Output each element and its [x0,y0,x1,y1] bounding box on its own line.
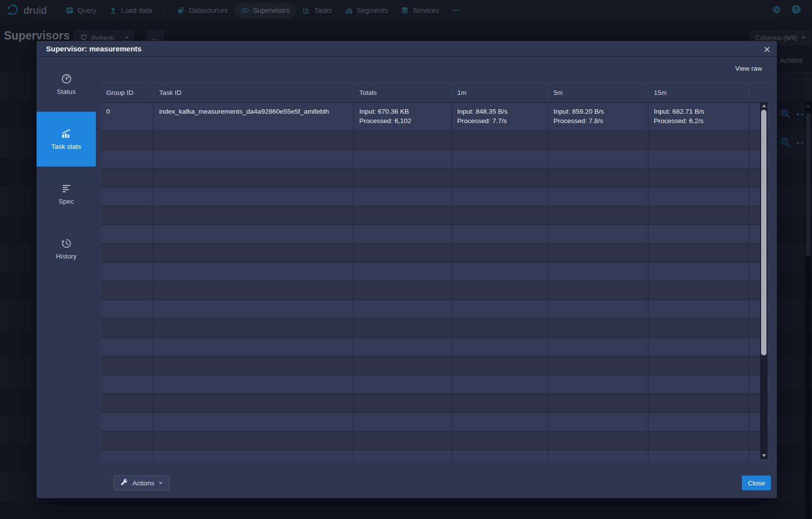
column-header-empty[interactable] [749,84,769,102]
table-cell [452,450,548,462]
table-cell [101,432,154,450]
cell-line: Processed: 7.8/s [554,116,642,126]
column-header-totals[interactable]: Totals [354,84,452,102]
table-cell [101,187,154,206]
column-header-task-id[interactable]: Task ID [154,84,354,102]
table-cell [154,356,354,375]
empty-table-row [101,225,769,244]
table-cell [154,262,354,281]
table-cell [354,375,452,393]
empty-table-row [101,413,769,432]
table-cell [648,375,749,393]
table-cell [452,150,548,168]
tab-status[interactable]: Status [37,57,96,112]
spec-icon [61,183,72,194]
table-cell [101,300,154,318]
table-cell [101,131,154,149]
table-cell [548,169,648,187]
table-cell [154,338,354,356]
dialog-header: Supervisor: measurements [37,41,777,57]
task-stats-table: Group IDTask IDTotals1m5m15m0index_kafka… [101,83,769,462]
table-cell [548,375,648,393]
table-cell: Input: 859.20 B/sProcessed: 7.8/s [548,103,648,130]
table-cell [354,338,452,356]
empty-table-row [101,450,769,462]
table-cell [648,262,749,281]
table-cell [101,150,154,168]
table-cell [101,375,154,393]
table-cell [648,450,749,462]
close-button[interactable]: Close [742,476,771,490]
tab-task-stats[interactable]: Task stats [37,112,96,167]
table-scrollbar[interactable] [760,102,768,459]
table-cell [154,432,354,450]
empty-table-row [101,375,769,394]
table-cell [354,150,452,168]
table-cell [452,413,548,431]
empty-table-row [101,319,769,338]
column-header-1m[interactable]: 1m [452,84,548,102]
table-cell [354,394,452,412]
tab-label: History [56,253,77,260]
table-cell [648,300,749,318]
table-cell [154,169,354,187]
table-cell [548,131,648,149]
cell-line: index_kafka_measurements_da4a92860e55e5f… [159,107,348,116]
table-cell [154,450,354,462]
close-icon[interactable] [762,44,772,54]
table-cell [354,319,452,337]
history-icon [61,238,72,249]
table-cell [101,169,154,187]
empty-table-row [101,187,769,206]
table-cell [452,262,548,281]
scroll-up-arrow-icon[interactable] [762,104,766,107]
table-cell [648,432,749,450]
table-cell: index_kafka_measurements_da4a92860e55e5f… [154,103,354,130]
view-raw-link[interactable]: View raw [735,65,762,72]
scroll-down-arrow-icon[interactable] [762,454,766,457]
cell-line: Input: 859.20 B/s [554,107,642,116]
table-cell [648,169,749,187]
table-cell [101,281,154,300]
table-cell [154,206,354,224]
table-cell [452,244,548,262]
actions-button-label: Actions [132,479,154,487]
table-cell [648,131,749,149]
table-cell [548,432,648,450]
column-header-5m[interactable]: 5m [548,84,648,102]
column-header-15m[interactable]: 15m [648,84,749,102]
tab-label: Task stats [51,143,81,150]
table-cell [452,319,548,337]
table-cell [648,206,749,224]
table-cell [648,319,749,337]
table-cell [548,300,648,318]
table-cell [354,225,452,243]
table-cell [154,300,354,318]
cell-line: 0 [106,107,148,116]
empty-table-row [101,169,769,187]
table-cell [452,338,548,356]
table-cell [154,394,354,412]
table-cell [452,281,548,300]
table-cell [648,225,749,243]
table-cell [452,169,548,187]
task-stats-icon [61,129,72,139]
tab-spec[interactable]: Spec [37,167,96,221]
table-cell [452,187,548,206]
tab-history[interactable]: History [37,221,96,276]
column-header-group-id[interactable]: Group ID [101,84,154,102]
empty-table-row [101,281,769,300]
actions-button[interactable]: Actions [114,476,170,490]
table-cell [354,300,452,318]
table-cell [354,432,452,450]
chevron-down-icon [159,482,163,484]
table-cell [648,356,749,375]
scrollbar-thumb[interactable] [761,110,767,355]
table-cell [548,206,648,224]
empty-table-row [101,244,769,262]
table-cell [452,432,548,450]
dialog-sidebar: StatusTask statsSpecHistory [37,57,96,498]
table-cell: Input: 848.35 B/sProcessed: 7.7/s [452,103,548,130]
table-cell [154,131,354,149]
table-cell [154,225,354,243]
